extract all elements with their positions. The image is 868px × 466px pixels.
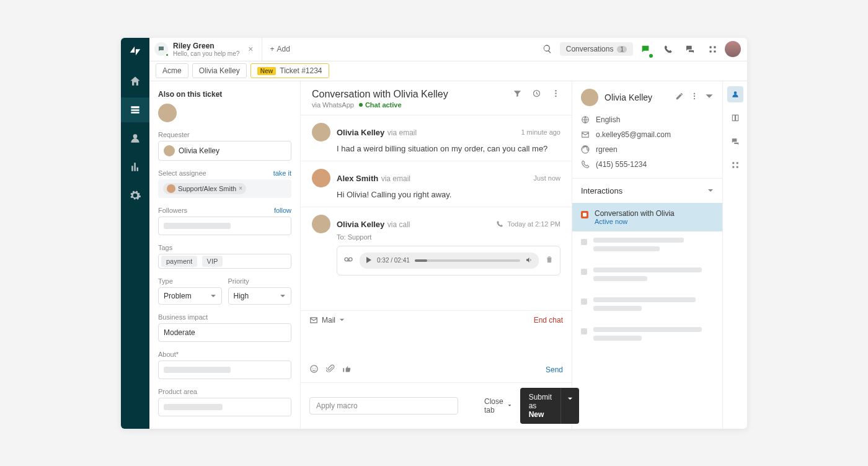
nav-customers[interactable] <box>121 126 149 151</box>
assignee-field[interactable]: Support/Alex Smith × <box>158 179 291 198</box>
workspace: Also on this ticket Requester Olivia Kel… <box>149 81 747 429</box>
crumb-ticket[interactable]: New Ticket #1234 <box>250 63 329 78</box>
svg-point-8 <box>694 92 695 94</box>
nav-settings[interactable] <box>121 183 149 208</box>
search-icon[interactable] <box>538 39 557 59</box>
close-tab-button[interactable]: Close tab <box>484 397 512 414</box>
message-item: Olivia Kelley via email 1 minute ago I h… <box>301 115 572 161</box>
history-icon[interactable] <box>532 89 541 101</box>
conversations-count: 1 <box>617 46 627 53</box>
message-item: Alex Smith via email Just now Hi Olivia!… <box>301 161 572 207</box>
open-tab[interactable]: Riley Green Hello, can you help me? × <box>149 38 262 61</box>
svg-point-5 <box>311 365 317 372</box>
close-tab-icon[interactable]: × <box>244 44 257 54</box>
attach-icon[interactable] <box>326 364 335 375</box>
conversations-button[interactable]: Conversations 1 <box>560 42 633 56</box>
edit-icon[interactable] <box>675 92 684 103</box>
chevron-down-icon <box>508 403 512 408</box>
context-user-icon[interactable] <box>727 86 743 102</box>
chevron-down-icon[interactable] <box>705 92 714 103</box>
crumb-org[interactable]: Acme <box>156 63 188 78</box>
conversation-title: Conversation with Olivia Kelley <box>312 89 448 100</box>
priority-select[interactable]: High <box>228 287 292 305</box>
conversations-icon[interactable] <box>680 39 700 59</box>
status-badge: New <box>257 67 277 75</box>
priority-label: Priority <box>228 277 249 285</box>
zendesk-logo <box>128 44 142 58</box>
about-label: About* <box>158 351 179 358</box>
crumb-user[interactable]: Olivia Kelley <box>192 63 247 78</box>
chevron-down-icon <box>280 293 286 299</box>
message-time: Just now <box>534 174 560 182</box>
tag-vip[interactable]: VIP <box>202 256 223 267</box>
ticket-participant-avatar[interactable] <box>158 104 177 122</box>
interaction-item[interactable] <box>572 261 722 291</box>
volume-icon[interactable] <box>525 256 533 265</box>
context-chat-icon[interactable] <box>727 133 743 150</box>
svg-point-7 <box>315 367 316 368</box>
compose-channel[interactable]: Mail <box>322 316 335 325</box>
business-impact-field[interactable]: Moderate <box>158 323 291 342</box>
chevron-down-icon[interactable] <box>339 317 345 323</box>
context-pane: Olivia Kelley English o.kelley85@gmail.c… <box>572 81 747 429</box>
thumbs-up-icon[interactable] <box>342 364 352 376</box>
product-area-label: Product area <box>158 388 197 395</box>
emoji-icon[interactable] <box>309 364 319 376</box>
phone-icon <box>496 220 503 228</box>
sender-avatar <box>312 215 330 233</box>
context-knowledge-icon[interactable] <box>727 110 743 126</box>
nav-tickets[interactable] <box>121 97 149 122</box>
nav-reports[interactable] <box>121 155 149 179</box>
nav-rail <box>121 38 149 429</box>
more-icon[interactable] <box>690 92 699 103</box>
requester-avatar <box>164 145 175 156</box>
active-status-dot <box>359 103 363 107</box>
apps-icon[interactable] <box>702 39 722 59</box>
followers-field[interactable] <box>158 217 291 235</box>
interaction-active[interactable]: Conversation with Olivia Active now <box>572 203 722 231</box>
requester-field[interactable]: Olivia Kelley <box>158 141 291 161</box>
remove-assignee-icon[interactable]: × <box>239 185 242 192</box>
end-chat-link[interactable]: End chat <box>534 316 563 325</box>
ticket-sidebar: Also on this ticket Requester Olivia Kel… <box>149 81 301 429</box>
add-tab-button[interactable]: + Add <box>262 45 297 53</box>
customer-language: English <box>581 112 714 127</box>
send-button[interactable]: Send <box>546 365 563 374</box>
requester-label: Requester <box>158 131 190 138</box>
svg-point-1 <box>555 92 557 94</box>
conversation-pane: Conversation with Olivia Kelley via What… <box>301 81 572 429</box>
product-area-field[interactable] <box>158 398 291 416</box>
filter-icon[interactable] <box>513 89 522 101</box>
about-field[interactable] <box>158 361 291 379</box>
macro-input[interactable]: Apply macro <box>309 397 458 414</box>
context-apps-icon[interactable] <box>727 157 743 173</box>
interaction-item[interactable] <box>572 291 722 321</box>
interactions-header[interactable]: Interactions <box>572 179 722 203</box>
more-icon[interactable] <box>551 89 560 101</box>
phone-icon[interactable] <box>658 39 678 59</box>
chat-status-icon[interactable] <box>636 39 655 59</box>
follow-link[interactable]: follow <box>274 207 291 214</box>
submit-button[interactable]: Submit as New <box>520 388 560 424</box>
svg-point-4 <box>349 258 352 261</box>
tag-payment[interactable]: payment <box>161 256 197 267</box>
svg-point-3 <box>345 258 348 261</box>
type-select[interactable]: Problem <box>158 287 222 305</box>
sender-avatar <box>312 123 330 141</box>
sender-avatar <box>312 169 330 187</box>
also-on-ticket-heading: Also on this ticket <box>158 90 291 99</box>
delete-icon[interactable] <box>545 255 554 266</box>
chat-active-label: Chat active <box>365 101 402 109</box>
nav-home[interactable] <box>121 69 149 94</box>
audio-player: 0:32 / 02:41 <box>337 246 560 276</box>
profile-avatar[interactable] <box>725 41 741 57</box>
interaction-item[interactable] <box>572 321 722 351</box>
take-it-link[interactable]: take it <box>273 169 291 177</box>
tags-field[interactable]: payment VIP <box>158 254 291 269</box>
interaction-item[interactable] <box>572 231 722 261</box>
conversation-via: via WhatsApp <box>312 101 354 109</box>
audio-progress[interactable] <box>415 259 520 262</box>
customer-header: Olivia Kelley <box>572 81 722 112</box>
compose-textarea[interactable] <box>301 329 572 361</box>
play-icon[interactable] <box>366 257 372 264</box>
